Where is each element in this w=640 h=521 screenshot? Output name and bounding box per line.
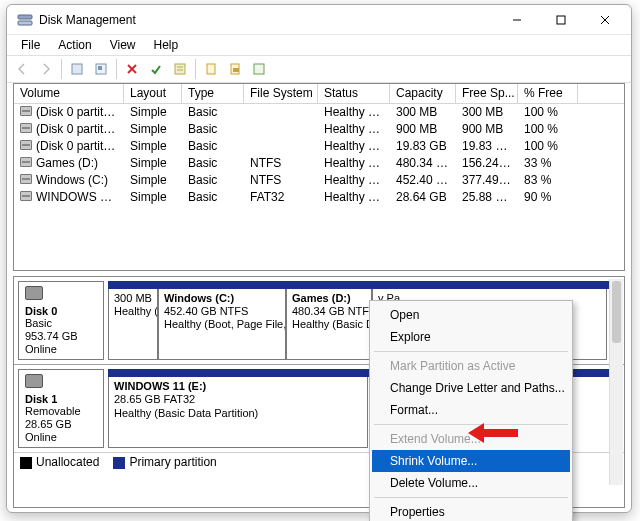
menu-view[interactable]: View <box>102 37 144 53</box>
toolbar <box>7 55 631 83</box>
delete-icon[interactable] <box>121 58 143 80</box>
nav-back-icon[interactable] <box>11 58 33 80</box>
volume-icon <box>20 191 32 201</box>
table-row[interactable]: (Disk 0 partition 1)SimpleBasicHealthy (… <box>14 104 624 121</box>
minimize-button[interactable] <box>495 6 539 34</box>
col-capacity[interactable]: Capacity <box>390 84 456 103</box>
doc3-icon[interactable] <box>248 58 270 80</box>
doc-icon[interactable] <box>200 58 222 80</box>
svg-rect-8 <box>98 66 102 70</box>
col-type[interactable]: Type <box>182 84 244 103</box>
volume-icon <box>20 106 32 116</box>
column-headers[interactable]: Volume Layout Type File System Status Ca… <box>14 84 624 104</box>
disk-icon <box>25 286 43 300</box>
col-layout[interactable]: Layout <box>124 84 182 103</box>
window-title: Disk Management <box>39 13 495 27</box>
ctx-shrink[interactable]: Shrink Volume... <box>372 450 570 472</box>
titlebar[interactable]: Disk Management <box>7 5 631 35</box>
col-fs[interactable]: File System <box>244 84 318 103</box>
partition-block[interactable]: Games (D:)480.34 GB NTFSHealthy (Basic D <box>286 289 372 360</box>
swatch-unallocated <box>20 457 32 469</box>
table-row[interactable]: Games (D:)SimpleBasicNTFSHealthy (B...48… <box>14 155 624 172</box>
ctx-mark-active: Mark Partition as Active <box>372 355 570 377</box>
col-free[interactable]: Free Sp... <box>456 84 518 103</box>
doc2-icon[interactable] <box>224 58 246 80</box>
disk-title: Disk 0 <box>25 305 57 317</box>
volume-icon <box>20 157 32 167</box>
annotation-arrow <box>468 423 518 443</box>
nav-fwd-icon[interactable] <box>35 58 57 80</box>
disk-title: Disk 1 <box>25 393 57 405</box>
svg-rect-17 <box>254 64 264 74</box>
svg-rect-14 <box>207 64 215 74</box>
volume-icon <box>20 123 32 133</box>
svg-rect-16 <box>233 68 239 72</box>
ctx-explore[interactable]: Explore <box>372 326 570 348</box>
menubar: File Action View Help <box>7 35 631 55</box>
graph-scrollbar[interactable] <box>609 279 623 485</box>
table-row[interactable]: WINDOWS 11 (E:)SimpleBasicFAT32Healthy (… <box>14 189 624 206</box>
table-row[interactable]: (Disk 0 partition 6)SimpleBasicHealthy (… <box>14 138 624 155</box>
refresh-icon[interactable] <box>90 58 112 80</box>
volume-icon <box>20 140 32 150</box>
ctx-open[interactable]: Open <box>372 304 570 326</box>
app-icon <box>17 12 33 28</box>
context-menu: Open Explore Mark Partition as Active Ch… <box>369 300 573 521</box>
col-status[interactable]: Status <box>318 84 390 103</box>
partition-block[interactable]: 300 MBHealthy (EI <box>108 289 158 360</box>
disk-icon <box>25 374 43 388</box>
menu-file[interactable]: File <box>13 37 48 53</box>
svg-rect-1 <box>18 21 32 25</box>
partition-block[interactable]: Windows (C:)452.40 GB NTFSHealthy (Boot,… <box>158 289 286 360</box>
ctx-change-letter[interactable]: Change Drive Letter and Paths... <box>372 377 570 399</box>
menu-action[interactable]: Action <box>50 37 99 53</box>
maximize-button[interactable] <box>539 6 583 34</box>
col-pct[interactable]: % Free <box>518 84 578 103</box>
col-volume[interactable]: Volume <box>14 84 124 103</box>
partition-block[interactable]: WINDOWS 11 (E:)28.65 GB FAT32Healthy (Ba… <box>108 377 368 448</box>
menu-help[interactable]: Help <box>146 37 187 53</box>
svg-rect-0 <box>18 15 32 19</box>
disk-1-label[interactable]: Disk 1 Removable 28.65 GB Online <box>18 369 104 448</box>
ctx-format[interactable]: Format... <box>372 399 570 421</box>
ctx-delete[interactable]: Delete Volume... <box>372 472 570 494</box>
svg-rect-11 <box>175 64 185 74</box>
svg-rect-6 <box>72 64 82 74</box>
table-row[interactable]: (Disk 0 partition 5)SimpleBasicHealthy (… <box>14 121 624 138</box>
ctx-properties[interactable]: Properties <box>372 501 570 521</box>
partition-strip <box>108 281 620 289</box>
volume-icon <box>20 174 32 184</box>
table-row[interactable]: Windows (C:)SimpleBasicNTFSHealthy (B...… <box>14 172 624 189</box>
disk-0-label[interactable]: Disk 0 Basic 953.74 GB Online <box>18 281 104 360</box>
swatch-primary <box>113 457 125 469</box>
check-icon[interactable] <box>145 58 167 80</box>
svg-rect-3 <box>557 16 565 24</box>
volume-list[interactable]: Volume Layout Type File System Status Ca… <box>13 83 625 271</box>
action-icon-1[interactable] <box>66 58 88 80</box>
close-button[interactable] <box>583 6 627 34</box>
props-icon[interactable] <box>169 58 191 80</box>
